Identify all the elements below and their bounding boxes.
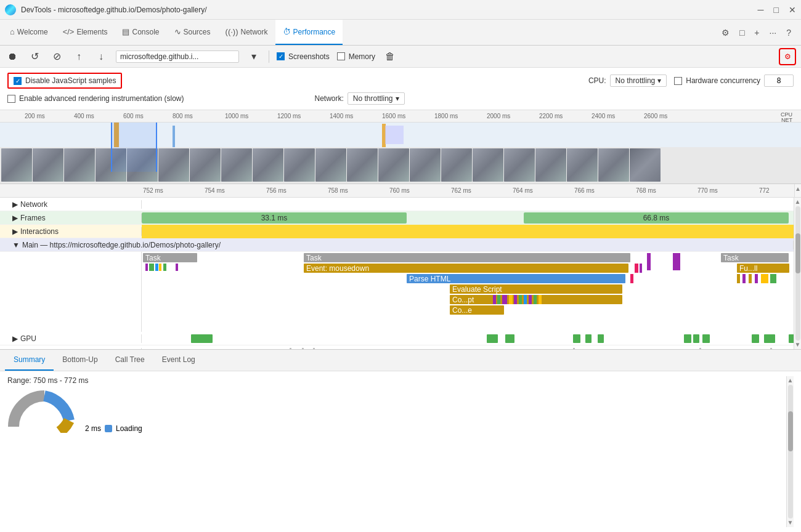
delete-profile-button[interactable]: 🗑	[383, 49, 397, 64]
chrome-child-arrow[interactable]: ▶	[12, 348, 18, 349]
settings-row-2: Enable advanced rendering instrumentatio…	[7, 92, 794, 105]
gpu-block-11	[764, 334, 775, 343]
url-dropdown-icon[interactable]: ▾	[246, 49, 261, 64]
tick-600ms: 600 ms	[123, 113, 144, 119]
scroll-track[interactable]	[795, 206, 800, 341]
tab-performance[interactable]: ⏱ Performance	[275, 20, 343, 45]
right-block-6	[770, 274, 776, 283]
interactions-track-arrow[interactable]: ▶	[12, 227, 18, 236]
gpu-track-text: GPU	[20, 334, 36, 343]
maximize-button[interactable]: □	[774, 5, 779, 15]
timeline-overview[interactable]: 200 ms 400 ms 600 ms 800 ms 1000 ms 1200…	[0, 110, 801, 184]
add-tab-button[interactable]: +	[752, 25, 762, 40]
track-gpu: ▶ GPU	[0, 332, 794, 345]
tab-call-tree-label: Call Tree	[115, 355, 145, 364]
reload-record-button[interactable]: ↺	[27, 49, 42, 64]
memory-checkbox[interactable]	[337, 52, 345, 60]
scroll-thumb[interactable]	[795, 233, 800, 273]
tick-1600ms: 1600 ms	[382, 113, 405, 119]
main-flame-labels	[0, 252, 142, 332]
disable-js-samples-checkbox[interactable]	[14, 77, 22, 85]
scroll-down-arrow[interactable]: ▼	[795, 342, 801, 348]
frames-track-arrow[interactable]: ▶	[12, 214, 18, 222]
small-block-blue-2	[524, 295, 527, 304]
tab-elements[interactable]: </> Elements	[55, 20, 115, 45]
full-bar-label: Fu...ll	[739, 264, 757, 273]
hw-concurrency-checkbox[interactable]	[674, 77, 682, 85]
interactions-track-text: Interactions	[20, 227, 59, 236]
screenshots-label[interactable]: Screenshots	[288, 52, 330, 61]
small-block-green-3	[497, 295, 500, 304]
tab-console[interactable]: ▤ Console	[115, 20, 166, 45]
tick-2000ms: 2000 ms	[487, 113, 510, 119]
gpu-block-8	[693, 334, 699, 343]
summary-donut-chart	[7, 390, 75, 433]
selection-box	[385, 126, 404, 144]
tab-bottom-up[interactable]: Bottom-Up	[54, 350, 106, 371]
small-block-purple-5	[514, 295, 517, 304]
clear-button[interactable]: ⊘	[49, 49, 64, 64]
mark-762: 762 ms	[451, 187, 471, 194]
mark-766: 766 ms	[574, 187, 595, 194]
enable-rendering-label: Enable advanced rendering instrumentatio…	[19, 94, 184, 103]
tab-network-label: Network	[240, 28, 267, 36]
main-track-arrow[interactable]: ▼	[12, 241, 20, 249]
panel-toggle-icon[interactable]: □	[737, 25, 747, 40]
bottom-scroll-track[interactable]	[788, 385, 793, 519]
tick-2200ms: 2200 ms	[539, 113, 563, 119]
cpu-throttle-dropdown[interactable]: No throttling ▾	[610, 75, 667, 87]
gpu-block-10	[752, 334, 759, 343]
bottom-panel: Range: 750 ms - 772 ms 2 ms Loading	[0, 371, 801, 533]
bottom-scroll-thumb[interactable]	[788, 411, 793, 451]
help-icon[interactable]: ?	[784, 25, 794, 40]
compile-bar-2: Co...e	[450, 305, 504, 315]
gpu-block-2	[487, 334, 498, 343]
tab-sources[interactable]: ∿ Sources	[167, 20, 218, 45]
screenshot-thumb	[473, 148, 503, 182]
tab-event-log[interactable]: Event Log	[153, 350, 204, 371]
tick-2600ms: 2600 ms	[644, 113, 667, 119]
right-block-1	[737, 274, 740, 283]
marker-tall-1	[647, 253, 651, 270]
hw-concurrency-input[interactable]	[764, 75, 794, 87]
tab-call-tree[interactable]: Call Tree	[107, 350, 153, 371]
bottom-scroll-down[interactable]: ▼	[787, 520, 794, 526]
summary-legend: 2 ms Loading	[85, 424, 142, 433]
bottom-panel-scrollbar[interactable]: ▲ ▼	[786, 376, 794, 528]
window-controls: ─ □ ✕	[758, 5, 796, 15]
upload-profile-button[interactable]: ↑	[71, 49, 86, 64]
bottom-scroll-up[interactable]: ▲	[787, 377, 794, 384]
memory-label[interactable]: Memory	[349, 52, 375, 61]
scroll-up-arrow[interactable]: ▲	[795, 199, 801, 205]
mark-772: 772	[759, 187, 770, 194]
mousedown-bar: Event: mousedown	[304, 264, 628, 273]
track-chrome-child-label: ▶ Chrome_ChildIOThread	[0, 348, 142, 349]
performance-settings-button[interactable]: ⚙	[779, 48, 796, 65]
network-track-arrow[interactable]: ▶	[12, 200, 18, 209]
close-button[interactable]: ✕	[789, 5, 796, 15]
tab-welcome[interactable]: ⌂ Welcome	[2, 20, 55, 45]
download-profile-button[interactable]: ↓	[94, 49, 108, 64]
settings-panel: Disable JavaScript samples CPU: No throt…	[0, 68, 801, 110]
frame-bar-2: 66.8 ms	[524, 212, 789, 224]
gpu-track-arrow[interactable]: ▶	[12, 334, 18, 343]
small-block-purple-1	[145, 264, 148, 271]
screenshots-checkbox[interactable]	[277, 52, 285, 60]
tab-network[interactable]: ((·)) Network	[218, 20, 275, 45]
timeline-hscroll[interactable]: ▲	[794, 184, 801, 198]
settings-gear-icon[interactable]: ⚙	[719, 25, 732, 40]
more-options-icon[interactable]: ···	[767, 25, 779, 40]
cpu-label: CPU:	[588, 76, 606, 85]
minimize-button[interactable]: ─	[758, 5, 764, 15]
marker-tall-2	[673, 253, 680, 270]
right-block-3	[749, 274, 752, 283]
main-flame-section: Task Task	[0, 252, 794, 332]
vertical-scrollbar[interactable]: ▲ ▼	[794, 198, 801, 349]
tab-summary[interactable]: Summary	[5, 350, 54, 371]
task-bar-1: Task	[143, 253, 197, 262]
network-throttle-dropdown[interactable]: No throttling ▾	[348, 92, 405, 105]
enable-rendering-checkbox[interactable]	[7, 95, 15, 103]
record-button[interactable]: ⏺	[5, 49, 20, 64]
screenshot-thumb	[158, 148, 189, 182]
gpu-block-6	[598, 334, 604, 343]
